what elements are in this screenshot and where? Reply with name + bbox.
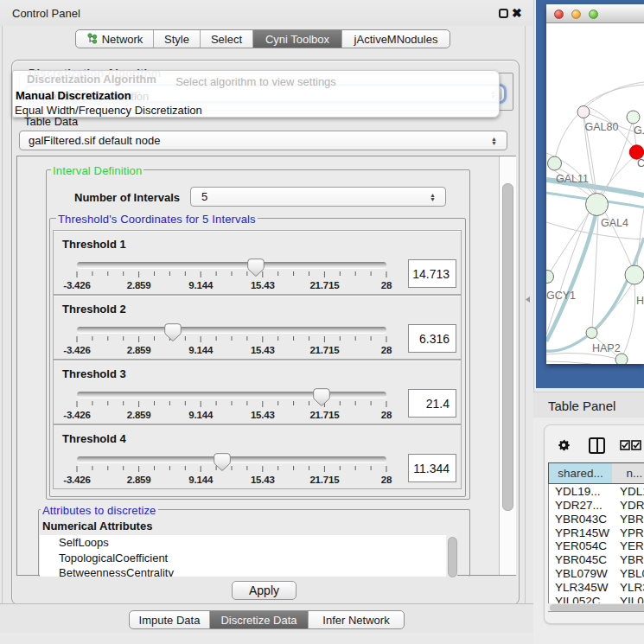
- svg-text:GAL11: GAL11: [556, 173, 589, 185]
- svg-text:G.: G.: [634, 124, 644, 137]
- svg-text:HAP2: HAP2: [592, 342, 621, 354]
- svg-text:GAL80: GAL80: [585, 121, 619, 133]
- svg-text:GCY1: GCY1: [546, 290, 576, 302]
- svg-text:C: C: [637, 157, 644, 169]
- svg-text:GAL4: GAL4: [601, 217, 628, 229]
- svg-text:H: H: [636, 295, 644, 307]
